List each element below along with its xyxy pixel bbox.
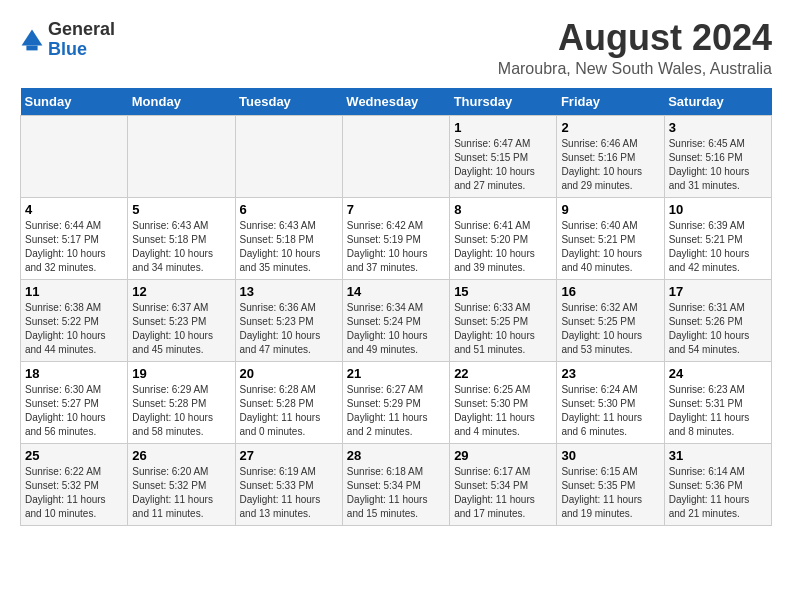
day-info: Sunrise: 6:28 AM Sunset: 5:28 PM Dayligh… xyxy=(240,383,338,439)
calendar-cell: 11Sunrise: 6:38 AM Sunset: 5:22 PM Dayli… xyxy=(21,280,128,362)
calendar-week-row: 1Sunrise: 6:47 AM Sunset: 5:15 PM Daylig… xyxy=(21,116,772,198)
day-number: 26 xyxy=(132,448,230,463)
day-info: Sunrise: 6:41 AM Sunset: 5:20 PM Dayligh… xyxy=(454,219,552,275)
day-number: 27 xyxy=(240,448,338,463)
day-info: Sunrise: 6:38 AM Sunset: 5:22 PM Dayligh… xyxy=(25,301,123,357)
day-number: 20 xyxy=(240,366,338,381)
calendar-cell: 12Sunrise: 6:37 AM Sunset: 5:23 PM Dayli… xyxy=(128,280,235,362)
logo-blue-text: Blue xyxy=(48,39,87,59)
calendar-cell: 20Sunrise: 6:28 AM Sunset: 5:28 PM Dayli… xyxy=(235,362,342,444)
day-info: Sunrise: 6:20 AM Sunset: 5:32 PM Dayligh… xyxy=(132,465,230,521)
day-number: 23 xyxy=(561,366,659,381)
day-number: 8 xyxy=(454,202,552,217)
calendar-cell: 30Sunrise: 6:15 AM Sunset: 5:35 PM Dayli… xyxy=(557,444,664,526)
day-number: 16 xyxy=(561,284,659,299)
svg-rect-1 xyxy=(26,45,37,50)
day-number: 28 xyxy=(347,448,445,463)
day-info: Sunrise: 6:32 AM Sunset: 5:25 PM Dayligh… xyxy=(561,301,659,357)
calendar-cell xyxy=(21,116,128,198)
logo: General Blue xyxy=(20,20,115,60)
day-info: Sunrise: 6:47 AM Sunset: 5:15 PM Dayligh… xyxy=(454,137,552,193)
day-info: Sunrise: 6:17 AM Sunset: 5:34 PM Dayligh… xyxy=(454,465,552,521)
calendar-cell xyxy=(342,116,449,198)
calendar-cell: 19Sunrise: 6:29 AM Sunset: 5:28 PM Dayli… xyxy=(128,362,235,444)
calendar-cell: 23Sunrise: 6:24 AM Sunset: 5:30 PM Dayli… xyxy=(557,362,664,444)
day-info: Sunrise: 6:31 AM Sunset: 5:26 PM Dayligh… xyxy=(669,301,767,357)
calendar-header-row: SundayMondayTuesdayWednesdayThursdayFrid… xyxy=(21,88,772,116)
day-number: 10 xyxy=(669,202,767,217)
column-header-thursday: Thursday xyxy=(450,88,557,116)
day-info: Sunrise: 6:37 AM Sunset: 5:23 PM Dayligh… xyxy=(132,301,230,357)
day-number: 17 xyxy=(669,284,767,299)
day-info: Sunrise: 6:23 AM Sunset: 5:31 PM Dayligh… xyxy=(669,383,767,439)
column-header-tuesday: Tuesday xyxy=(235,88,342,116)
day-number: 4 xyxy=(25,202,123,217)
calendar-cell: 16Sunrise: 6:32 AM Sunset: 5:25 PM Dayli… xyxy=(557,280,664,362)
day-number: 22 xyxy=(454,366,552,381)
location-subtitle: Maroubra, New South Wales, Australia xyxy=(498,60,772,78)
calendar-cell: 3Sunrise: 6:45 AM Sunset: 5:16 PM Daylig… xyxy=(664,116,771,198)
column-header-saturday: Saturday xyxy=(664,88,771,116)
calendar-cell: 13Sunrise: 6:36 AM Sunset: 5:23 PM Dayli… xyxy=(235,280,342,362)
calendar-cell: 7Sunrise: 6:42 AM Sunset: 5:19 PM Daylig… xyxy=(342,198,449,280)
day-number: 25 xyxy=(25,448,123,463)
day-number: 31 xyxy=(669,448,767,463)
calendar-cell: 31Sunrise: 6:14 AM Sunset: 5:36 PM Dayli… xyxy=(664,444,771,526)
day-number: 21 xyxy=(347,366,445,381)
calendar-cell: 6Sunrise: 6:43 AM Sunset: 5:18 PM Daylig… xyxy=(235,198,342,280)
calendar-cell: 24Sunrise: 6:23 AM Sunset: 5:31 PM Dayli… xyxy=(664,362,771,444)
logo-general-text: General xyxy=(48,19,115,39)
calendar-cell: 4Sunrise: 6:44 AM Sunset: 5:17 PM Daylig… xyxy=(21,198,128,280)
day-number: 9 xyxy=(561,202,659,217)
day-info: Sunrise: 6:33 AM Sunset: 5:25 PM Dayligh… xyxy=(454,301,552,357)
calendar-cell: 28Sunrise: 6:18 AM Sunset: 5:34 PM Dayli… xyxy=(342,444,449,526)
calendar-cell: 25Sunrise: 6:22 AM Sunset: 5:32 PM Dayli… xyxy=(21,444,128,526)
day-info: Sunrise: 6:43 AM Sunset: 5:18 PM Dayligh… xyxy=(132,219,230,275)
day-info: Sunrise: 6:15 AM Sunset: 5:35 PM Dayligh… xyxy=(561,465,659,521)
day-info: Sunrise: 6:43 AM Sunset: 5:18 PM Dayligh… xyxy=(240,219,338,275)
day-info: Sunrise: 6:30 AM Sunset: 5:27 PM Dayligh… xyxy=(25,383,123,439)
day-info: Sunrise: 6:42 AM Sunset: 5:19 PM Dayligh… xyxy=(347,219,445,275)
calendar-cell: 21Sunrise: 6:27 AM Sunset: 5:29 PM Dayli… xyxy=(342,362,449,444)
day-info: Sunrise: 6:18 AM Sunset: 5:34 PM Dayligh… xyxy=(347,465,445,521)
calendar-cell xyxy=(128,116,235,198)
day-info: Sunrise: 6:36 AM Sunset: 5:23 PM Dayligh… xyxy=(240,301,338,357)
calendar-cell: 1Sunrise: 6:47 AM Sunset: 5:15 PM Daylig… xyxy=(450,116,557,198)
day-number: 30 xyxy=(561,448,659,463)
day-info: Sunrise: 6:27 AM Sunset: 5:29 PM Dayligh… xyxy=(347,383,445,439)
calendar-cell: 29Sunrise: 6:17 AM Sunset: 5:34 PM Dayli… xyxy=(450,444,557,526)
column-header-friday: Friday xyxy=(557,88,664,116)
day-number: 18 xyxy=(25,366,123,381)
calendar-cell: 2Sunrise: 6:46 AM Sunset: 5:16 PM Daylig… xyxy=(557,116,664,198)
column-header-wednesday: Wednesday xyxy=(342,88,449,116)
day-number: 1 xyxy=(454,120,552,135)
calendar-cell: 18Sunrise: 6:30 AM Sunset: 5:27 PM Dayli… xyxy=(21,362,128,444)
day-number: 24 xyxy=(669,366,767,381)
day-info: Sunrise: 6:19 AM Sunset: 5:33 PM Dayligh… xyxy=(240,465,338,521)
day-info: Sunrise: 6:45 AM Sunset: 5:16 PM Dayligh… xyxy=(669,137,767,193)
day-info: Sunrise: 6:46 AM Sunset: 5:16 PM Dayligh… xyxy=(561,137,659,193)
calendar-cell: 22Sunrise: 6:25 AM Sunset: 5:30 PM Dayli… xyxy=(450,362,557,444)
svg-marker-0 xyxy=(22,29,43,45)
day-info: Sunrise: 6:14 AM Sunset: 5:36 PM Dayligh… xyxy=(669,465,767,521)
calendar-cell xyxy=(235,116,342,198)
calendar-cell: 10Sunrise: 6:39 AM Sunset: 5:21 PM Dayli… xyxy=(664,198,771,280)
calendar-week-row: 25Sunrise: 6:22 AM Sunset: 5:32 PM Dayli… xyxy=(21,444,772,526)
month-year-title: August 2024 xyxy=(498,20,772,56)
calendar-week-row: 11Sunrise: 6:38 AM Sunset: 5:22 PM Dayli… xyxy=(21,280,772,362)
day-number: 7 xyxy=(347,202,445,217)
calendar-week-row: 18Sunrise: 6:30 AM Sunset: 5:27 PM Dayli… xyxy=(21,362,772,444)
calendar-cell: 14Sunrise: 6:34 AM Sunset: 5:24 PM Dayli… xyxy=(342,280,449,362)
day-number: 19 xyxy=(132,366,230,381)
day-number: 14 xyxy=(347,284,445,299)
day-info: Sunrise: 6:25 AM Sunset: 5:30 PM Dayligh… xyxy=(454,383,552,439)
calendar-table: SundayMondayTuesdayWednesdayThursdayFrid… xyxy=(20,88,772,526)
calendar-week-row: 4Sunrise: 6:44 AM Sunset: 5:17 PM Daylig… xyxy=(21,198,772,280)
calendar-cell: 9Sunrise: 6:40 AM Sunset: 5:21 PM Daylig… xyxy=(557,198,664,280)
day-number: 13 xyxy=(240,284,338,299)
calendar-cell: 26Sunrise: 6:20 AM Sunset: 5:32 PM Dayli… xyxy=(128,444,235,526)
day-info: Sunrise: 6:24 AM Sunset: 5:30 PM Dayligh… xyxy=(561,383,659,439)
day-number: 2 xyxy=(561,120,659,135)
calendar-cell: 15Sunrise: 6:33 AM Sunset: 5:25 PM Dayli… xyxy=(450,280,557,362)
day-info: Sunrise: 6:40 AM Sunset: 5:21 PM Dayligh… xyxy=(561,219,659,275)
